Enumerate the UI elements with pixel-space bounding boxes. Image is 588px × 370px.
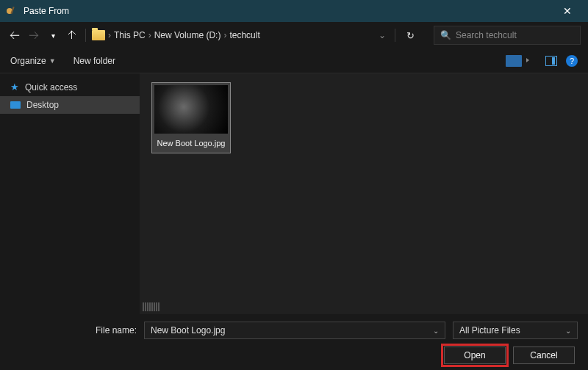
filename-value: New Boot Logo.jpg — [151, 325, 225, 335]
chevron-down-icon: ▼ — [49, 57, 56, 65]
cancel-button[interactable]: Cancel — [513, 347, 575, 364]
window-title: Paste From — [24, 6, 553, 16]
toolbar: Organize ▼ New folder ? — [0, 48, 588, 73]
filetype-filter[interactable]: All Picture Files ⌄ — [453, 322, 578, 339]
desktop-icon — [10, 101, 21, 109]
filename-label: File name: — [10, 325, 137, 335]
filter-value: All Picture Files — [459, 325, 520, 335]
file-name: New Boot Logo.jpg — [154, 138, 228, 148]
chevron-down-icon[interactable]: ⌄ — [433, 327, 439, 335]
up-button[interactable]: 🡡 — [65, 29, 79, 41]
organize-label: Organize — [10, 56, 46, 66]
chevron-right-icon: › — [223, 30, 226, 40]
preview-pane-button[interactable] — [545, 56, 557, 66]
filename-input[interactable]: New Boot Logo.jpg ⌄ — [144, 322, 445, 339]
titlebar: Paste From ✕ — [0, 0, 588, 22]
file-thumbnail — [154, 85, 228, 134]
chevron-right-icon: › — [108, 30, 111, 40]
crumb-this-pc[interactable]: This PC — [114, 30, 146, 40]
address-dropdown[interactable]: ⌄ — [376, 30, 389, 40]
back-button[interactable]: 🡠 — [7, 29, 22, 41]
main-area: ★ Quick access Desktop New Boot Logo.jpg — [0, 73, 588, 314]
organize-menu[interactable]: Organize ▼ — [10, 56, 56, 66]
sidebar-item-desktop[interactable]: Desktop — [0, 96, 140, 114]
search-placeholder: Search techcult — [456, 30, 517, 40]
chevron-down-icon[interactable]: ⌄ — [565, 327, 571, 335]
sidebar: ★ Quick access Desktop — [0, 73, 140, 314]
dialog-footer: File name: New Boot Logo.jpg ⌄ All Pictu… — [0, 314, 588, 370]
file-list[interactable]: New Boot Logo.jpg — [140, 73, 588, 314]
search-icon: 🔍 — [440, 30, 451, 40]
refresh-button[interactable]: ↻ — [401, 30, 419, 41]
crumb-folder[interactable]: techcult — [229, 30, 259, 40]
close-button[interactable]: ✕ — [553, 5, 582, 17]
chevron-right-icon: › — [148, 30, 151, 40]
resize-grip[interactable] — [143, 302, 172, 311]
new-folder-button[interactable]: New folder — [74, 56, 115, 66]
app-icon — [6, 5, 18, 17]
breadcrumb[interactable]: › This PC › New Volume (D:) › techcult — [92, 30, 371, 40]
recent-dropdown[interactable]: ▾ — [46, 32, 60, 40]
view-options[interactable] — [506, 55, 522, 67]
star-icon: ★ — [10, 81, 19, 92]
help-button[interactable]: ? — [566, 55, 578, 67]
crumb-volume[interactable]: New Volume (D:) — [154, 30, 221, 40]
open-button[interactable]: Open — [444, 347, 506, 364]
search-input[interactable]: 🔍 Search techcult — [434, 26, 581, 45]
folder-icon — [92, 30, 105, 40]
forward-button[interactable]: 🡢 — [26, 29, 41, 41]
file-item[interactable]: New Boot Logo.jpg — [151, 82, 231, 153]
sidebar-item-label: Quick access — [25, 82, 77, 92]
nav-bar: 🡠 🡢 ▾ 🡡 › This PC › New Volume (D:) › te… — [0, 22, 588, 48]
separator — [85, 29, 86, 42]
sidebar-item-label: Desktop — [26, 100, 59, 110]
sidebar-item-quick-access[interactable]: ★ Quick access — [0, 78, 140, 96]
separator — [395, 29, 395, 42]
new-folder-label: New folder — [74, 56, 115, 66]
